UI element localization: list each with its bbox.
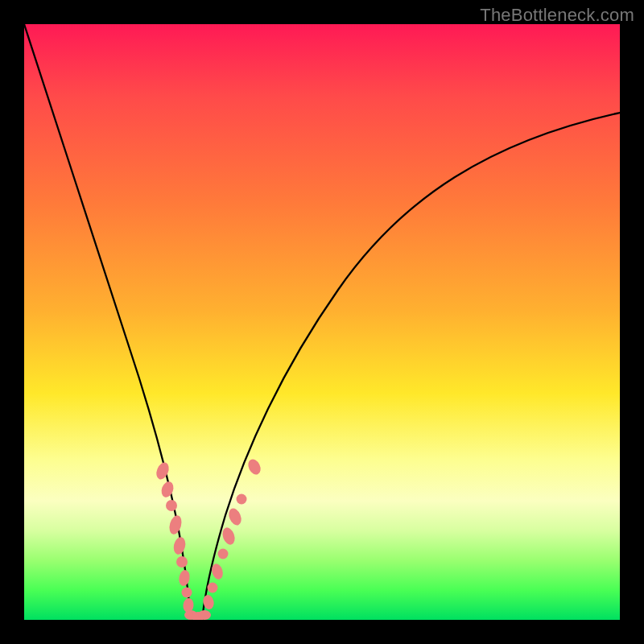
svg-point-6 xyxy=(178,569,191,587)
svg-point-1 xyxy=(159,480,175,499)
svg-point-4 xyxy=(172,536,188,556)
svg-point-11 xyxy=(198,610,211,620)
svg-point-2 xyxy=(166,500,177,511)
marker-dots xyxy=(154,457,262,620)
svg-point-19 xyxy=(246,457,262,477)
svg-point-7 xyxy=(182,588,192,598)
curve-left-branch xyxy=(24,24,191,620)
svg-point-18 xyxy=(237,494,247,505)
watermark-text: TheBottleneck.com xyxy=(480,5,634,26)
svg-point-0 xyxy=(154,460,171,481)
svg-point-16 xyxy=(221,526,237,546)
chart-svg xyxy=(24,24,620,620)
svg-point-13 xyxy=(208,583,218,593)
svg-point-3 xyxy=(167,514,184,536)
svg-point-5 xyxy=(176,556,188,568)
chart-plot-area xyxy=(24,24,620,620)
svg-point-17 xyxy=(226,506,243,527)
curve-right-branch xyxy=(202,113,620,620)
svg-point-15 xyxy=(218,549,229,559)
